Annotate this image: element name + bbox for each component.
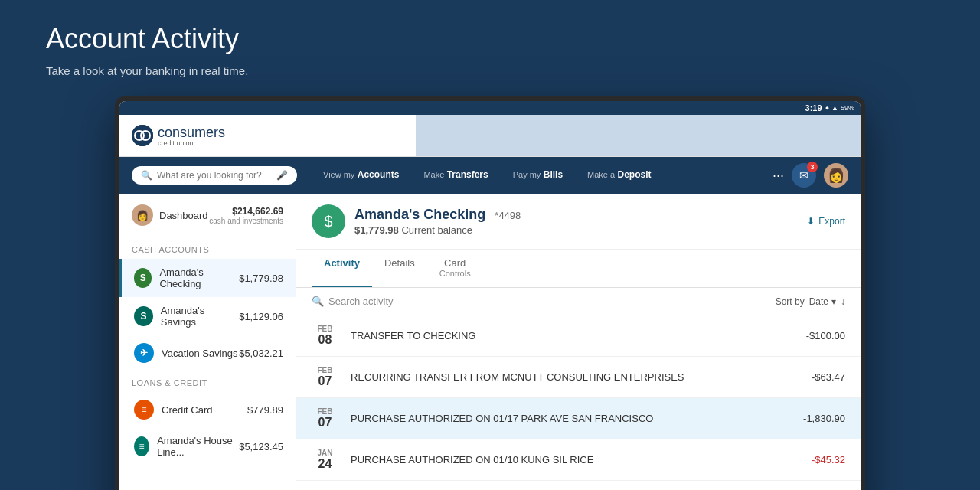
notification-icon: ✉ xyxy=(799,169,808,181)
nav-item-transfers[interactable]: Make Transfers xyxy=(413,163,498,188)
sidebar-section-cash: Cash Accounts xyxy=(119,237,296,259)
account-big-icon: $ xyxy=(312,204,345,238)
transaction-list: FEB 08 TRANSFER TO CHECKING -$100.00 FEB… xyxy=(296,315,861,481)
nav-item-deposit[interactable]: Make a Deposit xyxy=(577,163,662,188)
checking-icon: S xyxy=(134,268,152,288)
nav-more-button[interactable]: ··· xyxy=(773,168,784,184)
notification-badge: 3 xyxy=(807,162,818,172)
nav-pre-accounts: View my xyxy=(323,170,354,179)
page-background: Account Activity Take a look at your ban… xyxy=(0,0,980,490)
wifi-icon: ▲ xyxy=(831,104,838,112)
transaction-desc: PURCHASE AUTHORIZED ON 01/17 PARK AVE SA… xyxy=(351,413,791,424)
tx-day: 07 xyxy=(312,416,338,430)
nav-pre-transfers: Make xyxy=(423,170,444,179)
credit-card-icon: ≡ xyxy=(134,400,154,420)
activity-search-placeholder: Search activity xyxy=(328,296,394,307)
account-header-left: $ Amanda's Checking *4498 $1,779.98 Curr… xyxy=(312,204,521,238)
header-background xyxy=(416,115,861,156)
transaction-amount: -1,830.90 xyxy=(803,413,845,424)
transaction-desc: TRANSFER TO CHECKING xyxy=(351,330,794,341)
user-avatar[interactable]: 👩 xyxy=(824,163,848,188)
page-subtitle: Take a look at your banking in real time… xyxy=(46,64,934,77)
tab-activity[interactable]: Activity xyxy=(312,250,372,287)
table-row[interactable]: JAN 24 PURCHASE AUTHORIZED ON 01/10 KUNG… xyxy=(296,439,861,481)
sidebar-avatar: 👩 xyxy=(132,204,153,226)
sort-value: Date xyxy=(809,296,828,307)
sort-label: Sort by xyxy=(776,296,805,307)
main-content: 👩 Dashboard $214,662.69 cash and investm… xyxy=(119,194,861,490)
sidebar-dashboard-label: Dashboard xyxy=(159,210,208,221)
tx-day: 08 xyxy=(312,333,338,347)
logo-icon xyxy=(132,125,153,146)
tab-card[interactable]: Card Controls xyxy=(427,250,483,287)
transaction-date: JAN 24 xyxy=(312,449,338,471)
sidebar-item-left: ≡ Credit Card xyxy=(134,400,212,420)
sidebar-item-credit-card[interactable]: ≡ Credit Card $779.89 xyxy=(119,392,296,427)
notification-button[interactable]: ✉ 3 xyxy=(792,163,816,188)
status-icons: ● ▲ 59% xyxy=(825,104,854,112)
nav-item-bills[interactable]: Pay my Bills xyxy=(502,163,573,188)
sidebar-item-vacation[interactable]: ✈ Vacation Savings $5,032.21 xyxy=(119,335,296,371)
export-button[interactable]: ⬇ Export xyxy=(807,216,845,227)
sidebar-user-info: 👩 Dashboard xyxy=(132,204,208,226)
tabs-bar: Activity Details Card Controls xyxy=(296,250,861,288)
sidebar-dashboard[interactable]: 👩 Dashboard $214,662.69 cash and investm… xyxy=(119,194,296,237)
credit-card-name: Credit Card xyxy=(162,404,212,416)
tab-card-sublabel: Controls xyxy=(439,269,471,278)
tab-details-label: Details xyxy=(384,257,415,269)
nav-pre-deposit: Make a xyxy=(587,170,615,179)
sidebar-item-house-line[interactable]: ≡ Amanda's House Line... $5,123.45 xyxy=(119,427,296,466)
tx-day: 24 xyxy=(312,457,338,471)
savings-icon: S xyxy=(134,306,153,326)
sidebar-item-left: ≡ Amanda's House Line... xyxy=(134,435,239,458)
nav-item-accounts[interactable]: View my Accounts xyxy=(312,163,410,188)
sidebar-item-savings[interactable]: S Amanda's Savings $1,129.06 xyxy=(119,297,296,335)
table-row[interactable]: FEB 08 TRANSFER TO CHECKING -$100.00 xyxy=(296,315,861,357)
tx-day: 07 xyxy=(312,374,338,388)
nav-items: View my Accounts Make Transfers Pay my B… xyxy=(300,163,769,188)
nav-label-accounts: Accounts xyxy=(358,169,400,180)
transaction-amount: -$63.47 xyxy=(812,371,845,383)
account-name: Amanda's Checking xyxy=(354,207,485,223)
nav-label-deposit: Deposit xyxy=(617,169,651,180)
checking-amount: $1,779.98 xyxy=(239,273,283,284)
table-row[interactable]: FEB 07 PURCHASE AUTHORIZED ON 01/17 PARK… xyxy=(296,398,861,439)
sort-direction-icon[interactable]: ↓ xyxy=(841,296,845,307)
account-balance: $1,779.98 Current balance xyxy=(354,224,521,236)
search-bar[interactable]: 🔍 🎤 xyxy=(132,166,297,185)
transaction-desc: PURCHASE AUTHORIZED ON 01/10 KUNG SIL RI… xyxy=(351,454,799,466)
transaction-date: FEB 08 xyxy=(312,325,338,347)
avatar-image: 👩 xyxy=(828,167,844,184)
battery-icon: 59% xyxy=(841,104,854,112)
checking-name: Amanda's Checking xyxy=(159,266,239,289)
house-line-icon: ≡ xyxy=(134,436,149,456)
tx-month: FEB xyxy=(312,325,338,333)
vacation-name: Vacation Savings xyxy=(162,348,238,359)
sidebar: 👩 Dashboard $214,662.69 cash and investm… xyxy=(119,194,296,490)
transaction-desc: RECURRING TRANSFER FROM MCNUTT CONSULTIN… xyxy=(351,371,799,383)
tab-details[interactable]: Details xyxy=(372,250,427,287)
nav-label-transfers: Transfers xyxy=(447,169,488,180)
tx-month: FEB xyxy=(312,407,338,416)
transaction-date: FEB 07 xyxy=(312,366,338,388)
search-input[interactable] xyxy=(157,170,272,181)
sidebar-item-checking[interactable]: S Amanda's Checking $1,779.98 xyxy=(119,259,296,297)
account-detail: $ Amanda's Checking *4498 $1,779.98 Curr… xyxy=(296,194,861,490)
account-detail-header: $ Amanda's Checking *4498 $1,779.98 Curr… xyxy=(296,194,861,250)
activity-section: 🔍 Search activity Sort by Date ▾ ↓ xyxy=(296,288,861,490)
app-header: consumers credit union xyxy=(119,115,861,157)
logo-area: consumers credit union xyxy=(132,125,225,147)
sidebar-item-left: ✈ Vacation Savings xyxy=(134,343,238,363)
tx-month: FEB xyxy=(312,366,338,374)
house-line-amount: $5,123.45 xyxy=(239,441,283,452)
sidebar-item-left: S Amanda's Checking xyxy=(134,266,239,289)
sort-dropdown[interactable]: Date ▾ xyxy=(809,296,836,307)
table-row[interactable]: FEB 07 RECURRING TRANSFER FROM MCNUTT CO… xyxy=(296,357,861,398)
tab-activity-label: Activity xyxy=(324,257,360,269)
activity-search[interactable]: 🔍 Search activity xyxy=(312,296,394,307)
account-info: Amanda's Checking *4498 $1,779.98 Curren… xyxy=(354,207,521,236)
vacation-icon: ✈ xyxy=(134,343,154,363)
page-title: Account Activity xyxy=(46,23,934,55)
credit-card-amount: $779.89 xyxy=(247,404,283,416)
status-bar: 3:19 ● ▲ 59% xyxy=(119,101,861,115)
